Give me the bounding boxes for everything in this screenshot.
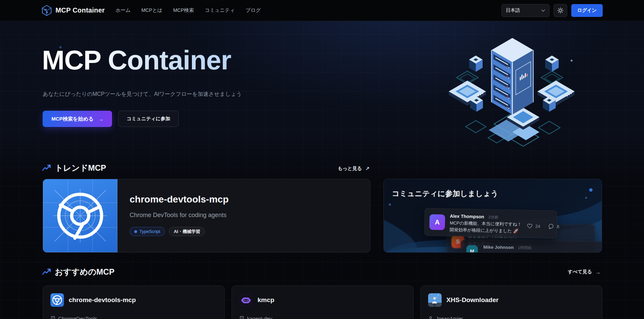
view-all-link[interactable]: すべて見る → [568,269,600,275]
chat-message: M Mike Johnson 1時間前 このツールのドキュメントが分かりやすくて… [461,240,602,253]
sun-icon [557,7,563,14]
view-all-label: すべて見る [568,269,592,275]
chat-stats: 7 2 [562,252,591,253]
recommended-card-xhs-downloader[interactable]: XHS-Downloader JoeanAmier [420,285,602,319]
recommended-card-chrome-devtools[interactable]: chrome-devtools-mcp ChromeDevTools [43,285,225,319]
chat-time: 2分前 [488,215,498,219]
language-select[interactable]: 日本語 [502,4,550,17]
brand-name: MCP Container [55,6,105,14]
comment-icon [580,252,585,253]
trending-up-icon [42,164,51,172]
heart-icon [527,223,533,229]
trending-more-link[interactable]: もっと見る ↗ [338,166,370,172]
language-badge-label: TypeScript [139,229,160,234]
organization-icon [50,316,55,319]
start-mcp-search-button[interactable]: MCP検索を始める → [43,111,112,127]
header: MCP Container ホーム MCPとは MCP検索 コミュニティ ブログ… [0,0,644,21]
hero-subtitle: あなたにぴったりのMCPツールを見つけて、AIワークフローを加速させましょう [43,91,242,98]
chat-author: Mike Johnson [483,244,514,250]
language-dot-icon [134,230,137,233]
card-author: JoeanAmier [428,316,463,319]
card-title: XHS-Downloader [446,296,498,304]
chat-message: A Alex Thompson 2分前 MCPの新機能、本当に便利ですね！開発効… [424,208,557,238]
arrow-right-icon: → [595,269,600,275]
chat-time: 1時間前 [518,246,532,250]
card-author: kagent-dev [239,316,272,319]
theme-toggle-button[interactable] [554,4,567,17]
card-title: chrome-devtools-mcp [69,296,136,304]
server-illustration [446,33,581,147]
heart-icon [562,252,568,253]
nav-community[interactable]: コミュニティ [205,7,235,14]
chrome-devtools-icon [50,293,64,307]
arrow-up-right-icon: ↗ [365,166,370,172]
comment-icon [548,224,554,229]
mcp-cube-logo-icon [41,5,52,16]
brand[interactable]: MCP Container [41,5,105,16]
recommended-title: おすすめのMCP [55,267,114,277]
chrome-blueprint-tile [43,179,117,252]
nav-mcp-search[interactable]: MCP検索 [173,7,194,14]
trending-section-heading: トレンドMCP [42,163,106,173]
language-value: 日本語 [506,7,520,14]
hero-title: MCP Container [42,45,231,76]
community-card-title: コミュニティに参加しましょう [392,189,498,199]
trending-up-icon [42,268,51,276]
nav-blog[interactable]: ブログ [246,7,261,14]
like-count: 7 [570,252,573,253]
card-author: ChromeDevTools [50,316,97,319]
person-icon [428,316,433,319]
trend-card-description: Chrome DevTools for coding agents [130,212,229,219]
more-link-label: もっと見る [338,166,362,172]
trend-card-title: chrome-devtools-mcp [130,194,229,205]
language-badge: TypeScript [130,227,165,236]
chat-stats: 24 8 [527,223,559,229]
comment-count: 8 [557,224,559,229]
nav-home[interactable]: ホーム [116,7,131,14]
avatar: M [466,245,478,253]
recommended-card-kmcp[interactable]: kmcp kagent-dev [231,285,414,319]
trending-title: トレンドMCP [55,163,106,173]
recommended-section-heading: おすすめのMCP [42,267,114,277]
xhs-downloader-avatar [428,293,442,307]
category-badge: AI・機械学習 [169,227,205,236]
start-mcp-search-label: MCP検索を始める [51,116,93,122]
card-author-name: JoeanAmier [436,316,463,319]
kmcp-robot-icon [239,293,253,307]
main-nav: ホーム MCPとは MCP検索 コミュニティ ブログ [116,7,261,14]
chrome-wireframe-icon [53,189,107,242]
comment-count: 2 [588,252,590,253]
login-button[interactable]: ログイン [571,4,603,17]
chat-author: Alex Thompson [450,214,484,219]
card-author-name: kagent-dev [247,316,272,319]
like-count: 24 [535,224,540,229]
chat-text: MCPの新機能、本当に便利ですね！開発効率が格段に上がりました 🚀 [449,220,525,235]
trending-mcp-card[interactable]: chrome-devtools-mcp Chrome DevTools for … [43,179,371,253]
card-author-name: ChromeDevTools [58,316,97,319]
avatar: A [429,214,445,230]
nav-about-mcp[interactable]: MCPとは [141,7,162,14]
chat-text: このツールのドキュメントが分かりやすくて助かります 👍 [483,251,561,253]
arrow-right-icon: → [98,116,103,122]
chevron-down-icon [541,9,545,12]
join-community-button[interactable]: コミュニティに参加 [118,111,178,127]
card-title: kmcp [258,296,274,304]
community-join-card[interactable]: コミュニティに参加しましょう S コミュニティの皆さんの きました！ M Mik… [383,179,602,253]
organization-icon [239,316,244,319]
